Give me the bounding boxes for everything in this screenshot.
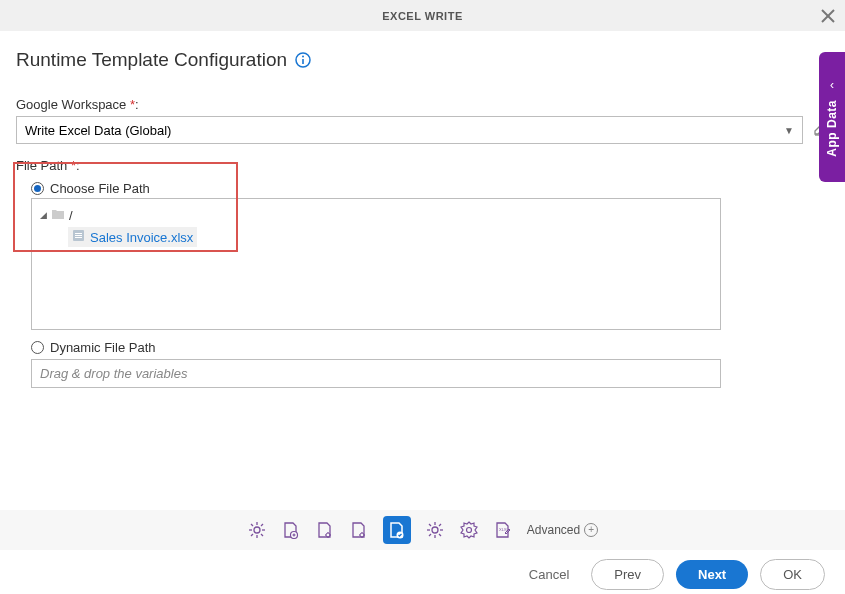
tree-root-row[interactable]: ◢ / [40,205,712,225]
svg-line-15 [251,524,253,526]
page-plus-icon[interactable] [281,520,301,540]
app-data-tab[interactable]: ‹ App Data [819,52,845,182]
gear-icon-2[interactable] [425,520,445,540]
svg-point-42 [466,528,471,533]
dynamic-file-path-radio[interactable] [31,341,44,354]
plus-circle-icon: + [584,523,598,537]
caret-down-icon[interactable]: ◢ [40,210,47,220]
xls-edit-icon[interactable]: XLS [493,520,513,540]
dialog-title: EXCEL WRITE [382,10,462,22]
google-workspace-select[interactable]: Write Excel Data (Global) ▼ [16,116,803,144]
svg-line-38 [429,524,431,526]
google-workspace-field: Google Workspace *: Write Excel Data (Gl… [16,95,829,144]
page-title: Runtime Template Configuration [16,49,287,71]
badge-gear-icon[interactable] [459,520,479,540]
svg-line-17 [251,534,253,536]
gear-icon[interactable] [247,520,267,540]
chevron-left-icon: ‹ [830,78,834,92]
svg-rect-8 [75,235,82,236]
file-path-section: File Path *: Choose File Path ◢ / Sales … [16,156,829,388]
page-check-icon-active[interactable] [383,516,411,544]
svg-rect-3 [302,59,304,64]
svg-point-4 [302,56,304,58]
content-area: Runtime Template Configuration Google Wo… [0,31,845,388]
tree-file-name[interactable]: Sales Invoice.xlsx [90,230,193,245]
dynamic-file-path-label: Dynamic File Path [50,340,155,355]
file-path-label: File Path *: [16,158,80,173]
advanced-button[interactable]: Advanced + [527,523,598,537]
dynamic-file-path-radio-row[interactable]: Dynamic File Path [31,340,829,355]
dynamic-file-path-option: Dynamic File Path Drag & drop the variab… [16,340,829,388]
tree-root-label: / [69,208,73,223]
file-tree[interactable]: ◢ / Sales Invoice.xlsx [31,198,721,330]
svg-line-18 [261,524,263,526]
svg-point-33 [432,527,438,533]
svg-line-39 [439,534,441,536]
svg-line-16 [261,534,263,536]
cancel-button[interactable]: Cancel [519,560,579,589]
page-gear-icon[interactable] [315,520,335,540]
page-title-row: Runtime Template Configuration [16,49,829,71]
svg-point-10 [254,527,260,533]
app-data-label: App Data [825,100,839,157]
svg-line-40 [429,534,431,536]
ok-button[interactable]: OK [760,559,825,590]
info-icon[interactable] [295,52,311,68]
toolbar: XLS Advanced + [0,510,845,550]
svg-rect-7 [75,233,82,234]
file-icon [72,229,85,245]
dialog-header: EXCEL WRITE [0,0,845,31]
chevron-down-icon: ▼ [784,125,794,136]
prev-button[interactable]: Prev [591,559,664,590]
google-workspace-label: Google Workspace *: [16,97,139,112]
close-icon[interactable] [821,7,835,28]
footer: Cancel Prev Next OK [0,554,845,594]
google-workspace-value: Write Excel Data (Global) [25,123,171,138]
folder-icon [51,208,65,223]
choose-file-path-option[interactable]: Choose File Path [31,181,829,196]
svg-line-41 [439,524,441,526]
svg-text:XLS: XLS [499,527,507,532]
choose-file-path-radio[interactable] [31,182,44,195]
choose-file-path-label: Choose File Path [50,181,150,196]
page-gear-icon-2[interactable] [349,520,369,540]
svg-rect-9 [75,237,82,238]
next-button[interactable]: Next [676,560,748,589]
dynamic-file-path-input[interactable]: Drag & drop the variables [31,359,721,388]
tree-file-row[interactable]: Sales Invoice.xlsx [68,227,197,247]
advanced-label: Advanced [527,523,580,537]
